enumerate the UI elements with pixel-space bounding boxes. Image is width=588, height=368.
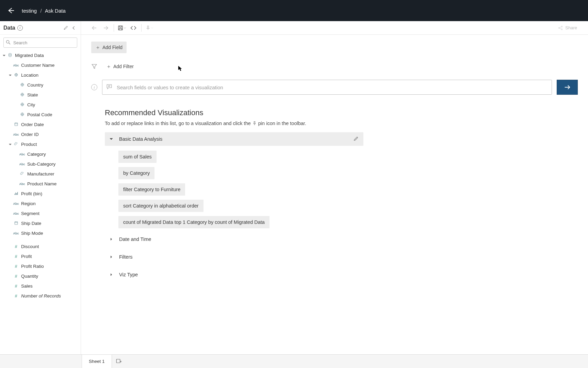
measure-row[interactable]: #Quantity xyxy=(0,271,81,281)
breadcrumb: testing / Ask Data xyxy=(22,8,66,14)
rec-chip[interactable]: sort Category in alphabetical order xyxy=(118,200,203,212)
measure-row[interactable]: #Number of Records xyxy=(0,291,81,301)
pin-icon xyxy=(252,121,257,126)
field-row[interactable]: AbcShip Mode xyxy=(0,228,81,238)
field-label: Sub-Category xyxy=(27,162,55,167)
rec-group-header[interactable]: Basic Data Analysis xyxy=(105,132,363,146)
recommendations-desc: To add or replace links in this list, go… xyxy=(105,121,363,126)
main-area: Share ＋ Add Field ＋ Add Filter xyxy=(81,21,588,354)
field-row[interactable]: Country xyxy=(0,80,81,90)
data-panel: Data i Migrated DataAbcCustomer NameLoca… xyxy=(0,21,81,354)
svg-point-14 xyxy=(559,27,560,28)
redo-button[interactable] xyxy=(101,23,111,33)
rec-group-label: Viz Type xyxy=(119,272,138,277)
svg-rect-17 xyxy=(116,359,120,363)
svg-point-1 xyxy=(9,53,11,54)
rec-chip[interactable]: by Category xyxy=(118,167,154,179)
redo-icon xyxy=(103,25,109,31)
measure-row[interactable]: #Profit xyxy=(0,251,81,261)
field-label: Location xyxy=(21,73,38,78)
field-label: Region xyxy=(21,201,36,206)
add-field-label: Add Field xyxy=(102,45,122,50)
field-row[interactable]: Manufacturer xyxy=(0,169,81,179)
field-tree: Migrated DataAbcCustomer NameLocationCou… xyxy=(0,50,81,354)
share-button: Share xyxy=(555,24,580,32)
field-row[interactable]: Postal Code xyxy=(0,110,81,120)
field-row[interactable]: AbcProduct Name xyxy=(0,179,81,189)
info-icon[interactable]: i xyxy=(91,84,97,90)
dataset-row[interactable]: Migrated Data xyxy=(0,50,81,60)
svg-point-16 xyxy=(561,29,562,30)
sheet-tabs: Sheet 1 xyxy=(0,354,588,368)
desc-text: To add or replace links in this list, go… xyxy=(105,121,251,126)
canvas: ＋ Add Field ＋ Add Filter i xyxy=(81,35,588,354)
save-viz-button[interactable] xyxy=(117,23,127,33)
field-row[interactable]: AbcSub-Category xyxy=(0,159,81,169)
field-label: Order ID xyxy=(21,132,39,137)
field-row[interactable]: AbcSegment xyxy=(0,209,81,218)
new-sheet-button[interactable] xyxy=(112,355,126,368)
data-search-input[interactable] xyxy=(3,37,77,48)
rec-chip[interactable]: count of Migrated Data top 1 Category by… xyxy=(118,216,270,228)
submit-button[interactable] xyxy=(557,80,578,95)
add-filter-button[interactable]: ＋ Add Filter xyxy=(102,61,138,72)
field-row[interactable]: State xyxy=(0,90,81,100)
app-header: testing / Ask Data xyxy=(0,0,588,21)
field-row[interactable]: AbcCustomer Name xyxy=(0,60,81,70)
back-button[interactable] xyxy=(7,6,15,15)
rec-group-header[interactable]: Date and Time xyxy=(105,232,363,246)
breadcrumb-root[interactable]: testing xyxy=(22,8,37,14)
info-icon[interactable]: i xyxy=(17,25,23,31)
recommendations-title: Recommended Visualizations xyxy=(105,108,363,117)
field-label: Postal Code xyxy=(27,112,52,117)
recommendations-section: Recommended Visualizations To add or rep… xyxy=(105,108,363,281)
field-row[interactable]: Location xyxy=(0,70,81,80)
arrow-left-icon xyxy=(7,7,15,14)
field-row[interactable]: Order Date xyxy=(0,120,81,129)
field-row[interactable]: Ship Date xyxy=(0,218,81,228)
viz-search-box xyxy=(102,80,552,95)
data-panel-title: Data xyxy=(3,25,15,31)
rec-chip[interactable]: filter Category to Furniture xyxy=(118,183,185,196)
measure-label: Discount xyxy=(21,244,39,249)
breadcrumb-sep: / xyxy=(40,8,42,14)
rec-group-header[interactable]: Filters xyxy=(105,250,363,264)
field-row[interactable]: Product xyxy=(0,139,81,149)
field-label: Ship Mode xyxy=(21,231,43,236)
field-label: Ship Date xyxy=(21,221,41,226)
rec-group-label: Date and Time xyxy=(119,236,151,242)
collapse-panel-icon[interactable] xyxy=(70,25,77,31)
field-row[interactable]: City xyxy=(0,100,81,110)
rec-group-header[interactable]: Viz Type xyxy=(105,268,363,281)
new-sheet-icon xyxy=(116,358,122,365)
rec-chip[interactable]: sum of Sales xyxy=(118,151,157,163)
field-label: Manufacturer xyxy=(27,171,54,177)
edit-icon[interactable] xyxy=(62,25,69,31)
undo-button[interactable] xyxy=(89,23,99,33)
field-label: Product xyxy=(21,142,37,147)
svg-rect-11 xyxy=(17,192,18,195)
field-row[interactable]: AbcRegion xyxy=(0,199,81,209)
add-field-button[interactable]: ＋ Add Field xyxy=(91,42,127,53)
viz-search-input[interactable] xyxy=(113,80,552,94)
svg-rect-9 xyxy=(15,193,16,195)
field-row[interactable]: AbcOrder ID xyxy=(0,129,81,139)
svg-point-0 xyxy=(6,41,9,43)
desc-text: pin icon in the toolbar. xyxy=(258,121,306,126)
field-label: Customer Name xyxy=(21,63,54,68)
pin-button[interactable] xyxy=(144,23,154,33)
measure-row[interactable]: #Profit Ratio xyxy=(0,261,81,271)
field-label: State xyxy=(27,92,38,97)
embed-button[interactable] xyxy=(128,23,138,33)
save-icon xyxy=(117,25,124,31)
share-icon xyxy=(558,25,563,31)
field-row[interactable]: Profit (bin) xyxy=(0,189,81,199)
field-label: Segment xyxy=(21,211,39,216)
measure-row[interactable]: #Discount xyxy=(0,242,81,251)
svg-rect-7 xyxy=(15,123,18,126)
sheet-tab[interactable]: Sheet 1 xyxy=(82,355,112,368)
measure-label: Quantity xyxy=(21,274,38,279)
measure-row[interactable]: #Sales xyxy=(0,281,81,291)
field-row[interactable]: AbcCategory xyxy=(0,149,81,159)
search-icon xyxy=(5,40,12,46)
